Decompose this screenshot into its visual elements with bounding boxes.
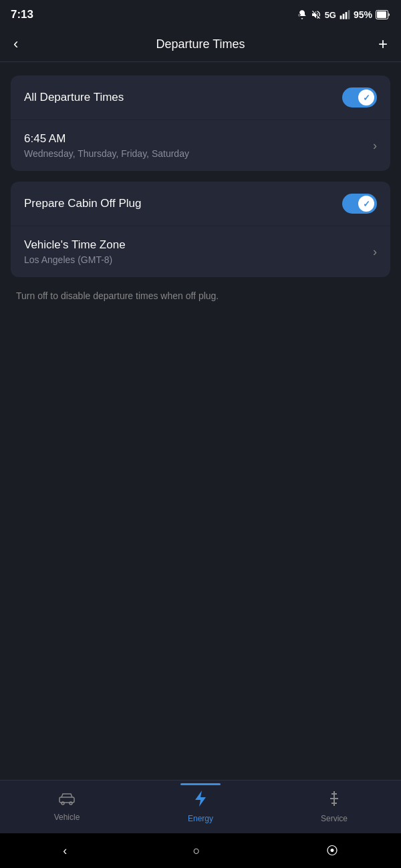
toggle-track: ✓ — [342, 87, 377, 107]
prepare-cabin-toggle[interactable]: ✓ — [342, 194, 377, 214]
departure-time-value: 6:45 AM — [24, 132, 189, 146]
all-departure-times-toggle-container: ✓ — [342, 87, 377, 107]
status-bar: 7:13 5G 95% — [0, 0, 401, 27]
signal-icon — [340, 9, 350, 20]
energy-icon — [194, 790, 207, 811]
toggle-check-icon-2: ✓ — [363, 199, 370, 209]
all-departure-times-title: All Departure Times — [24, 91, 124, 104]
time-zone-row[interactable]: Vehicle's Time Zone Los Angeles (GMT-8) … — [11, 226, 390, 277]
departure-time-label-group: 6:45 AM Wednesday, Thursday, Friday, Sat… — [24, 132, 189, 159]
chevron-right-icon: › — [373, 139, 377, 153]
svg-rect-1 — [343, 14, 345, 19]
svg-rect-6 — [59, 797, 74, 803]
svg-point-8 — [70, 802, 72, 805]
battery-label: 95% — [354, 9, 372, 20]
content: All Departure Times ✓ 6:45 AM Wednesday,… — [0, 62, 401, 780]
bottom-nav: Vehicle Energy Service — [0, 780, 401, 833]
page-title: Departure Times — [156, 37, 245, 51]
svg-point-7 — [61, 802, 64, 805]
battery-icon — [376, 10, 390, 19]
sys-home-button[interactable]: ○ — [193, 844, 200, 858]
status-icons: 5G 95% — [297, 9, 390, 20]
prepare-cabin-row: Prepare Cabin Off Plug ✓ — [11, 182, 390, 226]
departure-time-row[interactable]: 6:45 AM Wednesday, Thursday, Friday, Sat… — [11, 120, 390, 171]
svg-rect-3 — [348, 10, 350, 19]
nav-vehicle-label: Vehicle — [54, 813, 80, 822]
prepare-cabin-title: Prepare Cabin Off Plug — [24, 197, 141, 210]
toggle-track-2: ✓ — [342, 194, 377, 214]
departure-time-chevron-container: › — [373, 139, 377, 153]
time-zone-value: Los Angeles (GMT-8) — [24, 254, 126, 265]
prepare-cabin-toggle-container: ✓ — [342, 194, 377, 214]
departure-times-card: All Departure Times ✓ 6:45 AM Wednesday,… — [11, 75, 390, 171]
sys-back-button[interactable]: ‹ — [63, 844, 67, 858]
nav-energy-label: Energy — [188, 814, 213, 823]
time-zone-chevron-container: › — [373, 245, 377, 259]
all-departure-times-toggle[interactable]: ✓ — [342, 87, 377, 107]
nav-service[interactable]: Service — [267, 790, 401, 823]
status-time: 7:13 — [11, 8, 33, 21]
toggle-thumb: ✓ — [358, 89, 374, 105]
system-nav: ‹ ○ ⦿ — [0, 833, 401, 868]
mute-icon — [311, 9, 321, 20]
vehicle-icon — [58, 791, 76, 810]
toggle-thumb-2: ✓ — [358, 196, 374, 212]
time-zone-title: Vehicle's Time Zone — [24, 238, 126, 252]
chevron-right-icon-2: › — [373, 245, 377, 259]
add-button[interactable]: + — [368, 35, 388, 53]
help-text: Turn off to disable departure times when… — [11, 288, 390, 301]
nav-vehicle[interactable]: Vehicle — [0, 791, 134, 822]
cabin-settings-card: Prepare Cabin Off Plug ✓ Vehicle's Time … — [11, 182, 390, 277]
service-icon — [327, 790, 342, 811]
sys-recents-button[interactable]: ⦿ — [326, 844, 338, 858]
all-departure-times-label-group: All Departure Times — [24, 91, 124, 104]
svg-rect-2 — [346, 12, 348, 19]
svg-rect-0 — [340, 15, 342, 19]
nav-energy[interactable]: Energy — [134, 790, 267, 823]
time-zone-label-group: Vehicle's Time Zone Los Angeles (GMT-8) — [24, 238, 126, 265]
alarm-icon — [297, 9, 307, 20]
back-button[interactable]: ‹ — [13, 35, 33, 53]
header: ‹ Departure Times + — [0, 27, 401, 61]
prepare-cabin-label-group: Prepare Cabin Off Plug — [24, 197, 141, 210]
signal-label: 5G — [325, 10, 336, 20]
all-departure-times-row: All Departure Times ✓ — [11, 75, 390, 120]
toggle-check-icon: ✓ — [363, 93, 370, 103]
svg-rect-5 — [377, 11, 386, 18]
nav-service-label: Service — [321, 814, 348, 823]
departure-days: Wednesday, Thursday, Friday, Saturday — [24, 148, 189, 159]
